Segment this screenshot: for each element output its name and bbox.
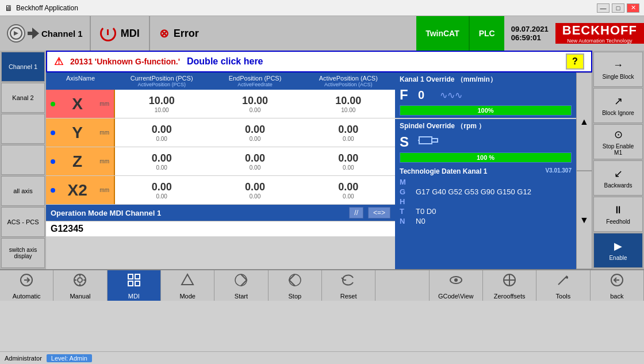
mdi-section: MDI (91, 16, 150, 51)
opmode-btn1[interactable]: // (349, 207, 363, 219)
axis-dot (51, 159, 55, 164)
toolbar-gcodeview[interactable]: GCode\View (430, 270, 483, 301)
opmode-bar: Operation Mode MDI Channel 1 // <=> (46, 205, 395, 221)
toolbar-start[interactable]: Start (214, 270, 268, 301)
sidebar-item-4[interactable] (1, 145, 45, 175)
svg-rect-1 (419, 137, 432, 144)
rsidebar-enable[interactable]: ▶ Enable (593, 233, 643, 268)
titlebar-left: 🖥 Beckhoff Application (5, 3, 78, 13)
double-click-hint[interactable]: Double click here (187, 56, 263, 67)
gcode-input[interactable] (51, 224, 390, 234)
datetime: 09.07.2021 06:59:01 (504, 25, 555, 42)
axis-current-pos: 0.00 0.00 (115, 180, 208, 201)
toolbar-mdi[interactable]: MDI (108, 270, 161, 301)
beckhoff-brand: BECKHOFF (562, 23, 637, 38)
gcodeview-icon (448, 272, 464, 291)
axis-letter: Y (72, 124, 83, 142)
f-value: 0 (418, 89, 435, 102)
right-data-panel: Kanal 1 Override （mm/min） F 0 ∿∿∿ 100% (395, 72, 576, 269)
error-icon: ⚠ (54, 55, 63, 68)
s-letter: S (400, 134, 413, 150)
axis-dot (51, 131, 55, 135)
sidebar-item-3[interactable] (1, 114, 45, 144)
axis-row-y: Y mm 0.00 0.00 0.00 0.00 0.00 0.00 (46, 118, 395, 147)
close-button[interactable]: ✕ (627, 3, 639, 13)
toolbar-stop[interactable]: Stop (269, 270, 322, 301)
col-currentpos: CurrentPosition (PCS) ActivePosition (PC… (115, 74, 208, 89)
power-icon (100, 25, 116, 41)
svg-rect-11 (128, 274, 133, 279)
single-block-icon: → (613, 59, 623, 71)
toolbar-reset[interactable]: Reset (322, 270, 375, 301)
error-circle-icon: ⊗ (159, 26, 169, 40)
center-content: AxisName CurrentPosition (PCS) ActivePos… (46, 72, 395, 269)
plc-button[interactable]: PLC (469, 16, 504, 51)
wave-icon: ∿∿∿ (440, 90, 462, 101)
rsidebar-backwards[interactable]: ↙ Backwards (593, 160, 643, 196)
twincat-button[interactable]: TwinCAT (416, 16, 469, 51)
level-badge: Level: Admin (47, 354, 92, 362)
app-title: Beckhoff Application (16, 4, 78, 12)
sidebar-item-kanal2[interactable]: Kanal 2 (1, 83, 45, 113)
tech-data-panel: Technologie Daten Kanal 1 V3.01.307 M G … (395, 165, 576, 269)
data-columns: AxisName CurrentPosition (PCS) ActivePos… (46, 72, 592, 269)
axis-active-pos: 10.00 10.00 (302, 94, 395, 114)
question-button[interactable]: ? (566, 53, 584, 70)
rsidebar-feedhold[interactable]: ⏸ Feedhold (593, 197, 643, 232)
svg-point-20 (454, 278, 458, 282)
override-f-row: F 0 ∿∿∿ (400, 87, 572, 103)
toolbar-automatic[interactable]: Automatic (0, 270, 53, 301)
rsidebar-block-ignore[interactable]: ↗ Block Ignore (593, 88, 643, 123)
zerooffsets-icon (501, 272, 518, 291)
axis-letter: X (72, 95, 83, 113)
minimize-button[interactable]: — (597, 3, 610, 13)
col-axisname: AxisName (46, 74, 115, 89)
maximize-button[interactable]: □ (612, 3, 624, 13)
rsidebar-stop-enable[interactable]: ⊙ Stop Enable M1 (593, 124, 643, 159)
axis-end-pos: 0.00 0.00 (208, 180, 301, 201)
motor-icon (418, 133, 439, 150)
header-right: TwinCAT PLC 09.07.2021 06:59:01 BECKHOFF… (416, 16, 644, 51)
kanal-override-title: Kanal 1 Override （mm/min） (400, 75, 572, 85)
axis-name-cell-z: Z mm (46, 147, 115, 175)
error-bar: ⚠ 20131 'Unknown G-function.' Double cli… (46, 51, 592, 72)
sidebar-item-acspcs[interactable]: ACS - PCS (1, 207, 45, 237)
axis-unit: mm (99, 101, 109, 107)
error-message: 20131 'Unknown G-function.' (70, 57, 180, 66)
axis-current-pos: 10.00 10.00 (115, 94, 208, 114)
tech-title: Technologie Daten Kanal 1 V3.01.307 (400, 167, 572, 175)
toolbar-zerooffsets[interactable]: Zerooffsets (483, 270, 536, 301)
block-ignore-icon: ↗ (614, 95, 623, 108)
tech-row-t: T T0 D0 (400, 207, 572, 216)
scroll-up-button[interactable]: ▲ (576, 72, 592, 171)
tech-value: N0 (416, 217, 425, 225)
axis-end-pos: 10.00 0.00 (208, 94, 301, 114)
start-icon (233, 272, 249, 291)
axis-active-pos: 0.00 0.00 (302, 122, 395, 143)
tech-rows: M G G17 G40 G52 G53 G90 G150 G12 H T T0 … (400, 178, 572, 225)
sidebar-item-channel1[interactable]: Channel 1 (1, 52, 45, 82)
axis-name-cell-x2: X2 mm (46, 176, 115, 204)
sidebar-item-allaxis[interactable]: all axis (1, 176, 45, 206)
scroll-down-button[interactable]: ▼ (576, 171, 592, 269)
svg-point-6 (78, 278, 82, 282)
axis-name-cell-x: X mm (46, 90, 115, 118)
svg-point-15 (235, 274, 247, 286)
tech-label: H (400, 197, 411, 206)
channel-label: Channel 1 (0, 16, 91, 51)
gcode-input-area (46, 221, 395, 236)
toolbar-mode[interactable]: Mode (161, 270, 214, 301)
opmode-btn2[interactable]: <=> (368, 207, 390, 219)
right-sidebar: → Single Block ↗ Block Ignore ⊙ Stop Ena… (592, 51, 644, 269)
arrow-right-icon (28, 28, 39, 39)
tech-label: T (400, 207, 411, 216)
tech-label: N (400, 217, 411, 225)
toolbar-tools[interactable]: Tools (536, 270, 590, 301)
toolbar-back[interactable]: back (591, 270, 644, 301)
rsidebar-single-block[interactable]: → Single Block (593, 52, 643, 87)
sidebar-item-switchaxis[interactable]: switch axis display (1, 238, 45, 268)
tech-row-h: H (400, 197, 572, 206)
axis-dot (51, 102, 55, 106)
axis-current-pos: 0.00 0.00 (115, 122, 208, 143)
toolbar-manual[interactable]: Manual (53, 270, 107, 301)
